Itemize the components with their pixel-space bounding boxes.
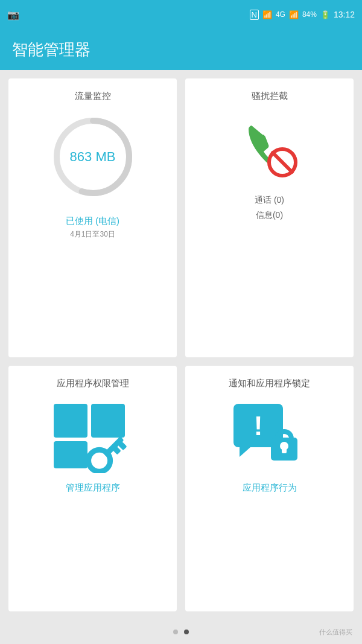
page-indicator-2[interactable]	[184, 630, 189, 634]
nfc-icon: N	[250, 10, 259, 20]
data-amount: 863 MB	[70, 149, 116, 165]
app-lock-svg: !	[233, 404, 306, 473]
svg-rect-7	[54, 441, 87, 468]
wifi-icon: 📶	[262, 10, 272, 19]
main-content: 流量监控 863 MB 已使用 (电信) 4月1日至30日 骚扰拦截	[0, 70, 362, 620]
data-usage-card[interactable]: 流量监控 863 MB 已使用 (电信) 4月1日至30日	[8, 78, 177, 357]
permission-label: 管理应用程序	[66, 482, 120, 494]
data-usage-circle: 863 MB	[48, 112, 138, 202]
spam-block-card[interactable]: 骚扰拦截 通话 (0) 信息(0)	[185, 78, 354, 357]
spam-block-title: 骚扰拦截	[195, 91, 344, 102]
page-title: 智能管理器	[12, 39, 91, 60]
signal-icon: 📶	[289, 10, 299, 19]
svg-rect-5	[54, 404, 87, 438]
status-bar-left: 📷	[7, 9, 19, 21]
page-indicator-1[interactable]	[173, 630, 178, 634]
phone-block-svg	[237, 116, 303, 183]
app-lock-card[interactable]: 通知和应用程序锁定 ! 应用程序行为	[185, 366, 354, 611]
page-indicators	[0, 620, 362, 644]
app-permission-title: 应用程序权限管理	[18, 378, 167, 389]
svg-rect-6	[91, 404, 125, 438]
time-display: 13:12	[334, 10, 355, 19]
battery-label: 84%	[302, 10, 317, 19]
battery-icon: 🔋	[320, 10, 330, 19]
svg-text:!: !	[253, 411, 262, 441]
watermark: 什么值得买	[319, 628, 352, 637]
date-range: 4月1日至30日	[70, 229, 115, 240]
app-header: 智能管理器	[0, 29, 362, 70]
app-permission-card[interactable]: 应用程序权限管理 管理应用程序	[8, 366, 177, 611]
app-lock-title: 通知和应用程序锁定	[195, 378, 344, 389]
used-label: 已使用 (电信)	[66, 215, 119, 227]
call-info: 通话 (0)	[255, 193, 284, 208]
app-lock-label: 应用程序行为	[243, 482, 297, 494]
app-lock-icon: !	[233, 404, 306, 470]
status-bar: 📷 N 📶 4G 📶 84% 🔋 13:12	[0, 0, 362, 29]
network-label: 4G	[276, 10, 285, 19]
message-info: 信息(0)	[255, 208, 284, 223]
spam-info: 通话 (0) 信息(0)	[255, 193, 284, 223]
permission-icon	[54, 404, 132, 470]
screenshot-icon: 📷	[7, 9, 19, 21]
svg-marker-14	[240, 447, 250, 457]
status-bar-right: N 📶 4G 📶 84% 🔋 13:12	[250, 10, 355, 20]
spam-block-icon	[237, 116, 303, 183]
data-usage-title: 流量监控	[18, 91, 167, 102]
circle-text: 863 MB	[70, 149, 116, 165]
permission-svg	[54, 404, 132, 473]
svg-rect-17	[282, 446, 287, 453]
